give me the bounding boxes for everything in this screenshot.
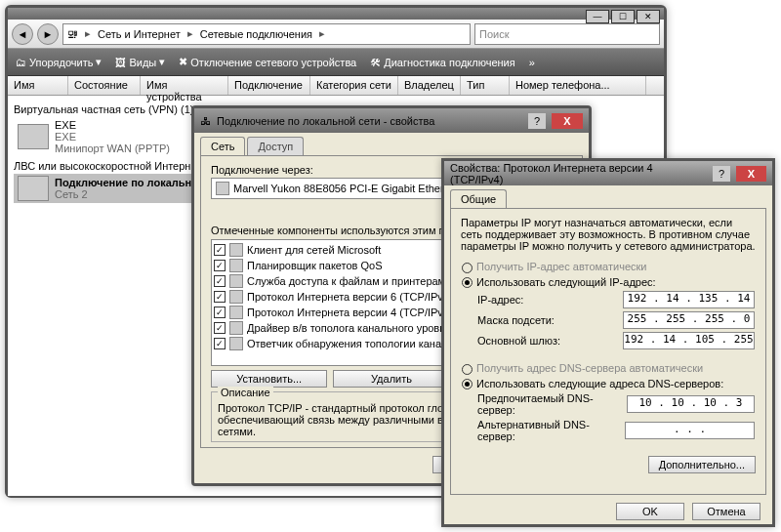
component-label: Драйвер в/в тополога канального уровня bbox=[247, 322, 451, 334]
ip-label: IP-адрес: bbox=[477, 294, 523, 306]
cancel-button[interactable]: Отмена bbox=[692, 503, 760, 520]
help-button[interactable]: ? bbox=[713, 166, 729, 182]
ip-address-input[interactable]: 192 . 14 . 135 . 14 bbox=[623, 291, 755, 308]
radio-manual-dns[interactable]: Использовать следующие адреса DNS-сервер… bbox=[462, 378, 755, 390]
back-button[interactable]: ◄ bbox=[12, 23, 33, 45]
dialog-titlebar: 🖧 Подключение по локальной сети - свойст… bbox=[194, 108, 589, 133]
crumb-1[interactable]: Сеть и Интернет bbox=[98, 28, 181, 40]
maximize-button[interactable]: ☐ bbox=[611, 10, 635, 23]
tab-strip: Сеть Доступ bbox=[194, 133, 589, 155]
column-header[interactable]: Состояние bbox=[68, 76, 141, 95]
tab-access[interactable]: Доступ bbox=[247, 137, 304, 155]
alt-dns-input[interactable]: . . . bbox=[625, 422, 755, 439]
tcpip-properties-dialog: Свойства: Протокол Интернета версии 4 (T… bbox=[441, 158, 775, 527]
close-button[interactable]: X bbox=[552, 113, 583, 129]
component-label: Клиент для сетей Microsoft bbox=[247, 244, 381, 256]
column-headers: ИмяСостояниеИмя устройстваПодключениеКат… bbox=[8, 76, 664, 96]
checkbox[interactable] bbox=[214, 275, 226, 287]
diagnose-button[interactable]: 🛠Диагностика подключения bbox=[370, 57, 514, 68]
component-label: Планировщик пакетов QoS bbox=[247, 260, 383, 271]
intro-text: Параметры IP могут назначаться автоматич… bbox=[461, 217, 756, 252]
remove-button[interactable]: Удалить bbox=[333, 370, 449, 388]
help-button[interactable]: ? bbox=[528, 113, 546, 129]
address-bar: ◄ ► 🖳 Сеть и Интернет Сетевые подключени… bbox=[8, 20, 664, 49]
component-icon bbox=[229, 274, 243, 288]
search-placeholder: Поиск bbox=[479, 28, 509, 40]
crumb-sep bbox=[82, 27, 94, 40]
gateway-input[interactable]: 192 . 14 . 105 . 255 bbox=[623, 332, 755, 349]
minimize-button[interactable]: — bbox=[586, 10, 609, 23]
disable-device-button[interactable]: ✖Отключение сетевого устройства bbox=[179, 56, 356, 68]
breadcrumb[interactable]: 🖳 Сеть и Интернет Сетевые подключения bbox=[62, 23, 471, 45]
close-button[interactable]: X bbox=[736, 166, 766, 182]
crumb-sep bbox=[316, 27, 328, 40]
ok-button[interactable]: OK bbox=[616, 503, 684, 520]
radio-auto-ip[interactable]: Получить IP-адрес автоматически bbox=[462, 261, 755, 273]
network-adapter-icon bbox=[18, 124, 49, 149]
component-icon bbox=[229, 243, 243, 257]
column-header[interactable]: Категория сети bbox=[310, 76, 398, 95]
component-icon bbox=[229, 290, 243, 304]
column-header[interactable]: Имя bbox=[8, 76, 68, 95]
network-adapter-icon bbox=[18, 176, 49, 201]
titlebar: — ☐ ✕ bbox=[8, 8, 664, 20]
forward-button[interactable]: ► bbox=[37, 23, 59, 45]
adapter-icon bbox=[216, 182, 229, 195]
tab-general[interactable]: Общие bbox=[450, 189, 507, 208]
component-icon bbox=[229, 306, 243, 319]
tab-network[interactable]: Сеть bbox=[200, 137, 245, 155]
dialog-title: Свойства: Протокол Интернета версии 4 (T… bbox=[450, 162, 701, 185]
alt-dns-label: Альтернативный DNS-сервер: bbox=[477, 419, 625, 442]
dialog-titlebar: Свойства: Протокол Интернета версии 4 (T… bbox=[444, 161, 772, 185]
command-bar: 🗂Упорядочить ▾ 🖼Виды ▾ ✖Отключение сетев… bbox=[8, 49, 664, 76]
organize-button[interactable]: 🗂Упорядочить ▾ bbox=[16, 56, 102, 68]
connection-name: EXE bbox=[55, 119, 170, 131]
column-header[interactable]: Подключение bbox=[228, 76, 310, 95]
checkbox[interactable] bbox=[214, 322, 226, 334]
tab-body: Параметры IP могут назначаться автоматич… bbox=[450, 208, 766, 495]
gateway-label: Основной шлюз: bbox=[477, 335, 560, 347]
views-button[interactable]: 🖼Виды ▾ bbox=[115, 56, 165, 68]
column-header[interactable]: Имя устройства bbox=[141, 76, 228, 95]
description-title: Описание bbox=[218, 387, 273, 398]
network-icon: 🖧 bbox=[200, 115, 211, 127]
radio-manual-ip[interactable]: Использовать следующий IP-адрес: bbox=[462, 276, 755, 289]
column-header[interactable]: Владелец bbox=[398, 76, 461, 95]
component-icon bbox=[229, 337, 243, 350]
install-button[interactable]: Установить... bbox=[211, 370, 327, 388]
advanced-button[interactable]: Дополнительно... bbox=[648, 456, 756, 473]
pref-dns-label: Предпочитаемый DNS-сервер: bbox=[477, 392, 627, 416]
radio-auto-dns[interactable]: Получить адрес DNS-сервера автоматически bbox=[462, 362, 755, 375]
component-icon bbox=[229, 321, 243, 335]
column-header[interactable]: Номер телефона... bbox=[510, 76, 646, 95]
component-icon bbox=[229, 259, 243, 272]
checkbox[interactable] bbox=[214, 260, 226, 271]
column-header[interactable]: Тип bbox=[461, 76, 510, 95]
close-button[interactable]: ✕ bbox=[637, 10, 660, 23]
search-input[interactable]: Поиск bbox=[474, 23, 660, 45]
pref-dns-input[interactable]: 10 . 10 . 10 . 3 bbox=[627, 395, 755, 413]
subnet-mask-input[interactable]: 255 . 255 . 255 . 0 bbox=[623, 311, 755, 329]
crumb-sep bbox=[185, 27, 196, 40]
component-label: Протокол Интернета версии 6 (TCP/IPv6) bbox=[247, 291, 453, 303]
checkbox[interactable] bbox=[214, 338, 226, 349]
mask-label: Маска подсети: bbox=[477, 314, 555, 326]
dialog-title: Подключение по локальной сети - свойства bbox=[217, 115, 434, 127]
crumb-2[interactable]: Сетевые подключения bbox=[200, 28, 312, 40]
folder-icon: 🖳 bbox=[67, 28, 78, 40]
checkbox[interactable] bbox=[214, 291, 226, 303]
checkbox[interactable] bbox=[214, 244, 226, 256]
component-label: Протокол Интернета версии 4 (TCP/IPv4) bbox=[247, 307, 453, 318]
overflow-chevron[interactable]: » bbox=[529, 57, 535, 68]
checkbox[interactable] bbox=[214, 307, 226, 318]
